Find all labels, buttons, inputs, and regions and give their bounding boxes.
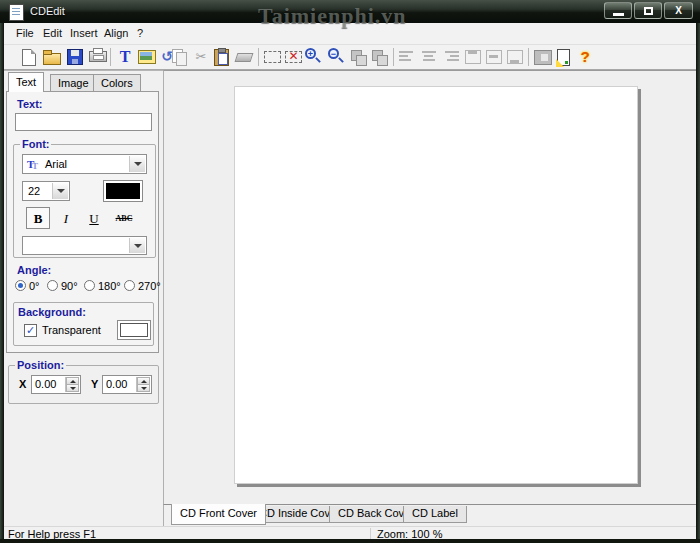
position-y-spinner[interactable]: 0.00: [102, 375, 152, 394]
menu-file[interactable]: File: [16, 27, 34, 39]
eraser-icon: [235, 53, 254, 62]
align-right-icon: [443, 51, 459, 63]
bring-forward-button[interactable]: [349, 47, 369, 67]
delete-selection-button[interactable]: ✕: [284, 47, 304, 67]
eraser-button[interactable]: [234, 47, 254, 67]
tab-cd-label[interactable]: CD Label: [403, 506, 467, 523]
spin-down-icon[interactable]: [137, 384, 150, 392]
radio-180[interactable]: [84, 280, 95, 291]
insert-text-button[interactable]: T: [115, 47, 135, 67]
insert-image-button[interactable]: [137, 47, 157, 67]
main-area: Text Image Colors Text: Font: T T Arial: [4, 70, 696, 526]
print-button[interactable]: [88, 47, 108, 67]
cut-button[interactable]: ✂: [191, 47, 211, 67]
radio-270-label[interactable]: 270°: [138, 280, 161, 292]
dropdown-button[interactable]: [52, 183, 68, 199]
radio-270[interactable]: [124, 280, 135, 291]
check-icon: ✓: [26, 324, 35, 336]
bold-button[interactable]: B: [26, 207, 50, 229]
document-page[interactable]: [234, 86, 638, 484]
send-backward-button[interactable]: [370, 47, 390, 67]
position-y-value: 0.00: [106, 378, 127, 390]
radio-0-label[interactable]: 0°: [29, 280, 40, 292]
radio-90-label[interactable]: 90°: [61, 280, 78, 292]
copy-icon: [172, 49, 183, 63]
underline-button[interactable]: U: [82, 207, 106, 229]
text-tab-page: Text: Font: T T Arial 22: [6, 91, 159, 353]
align-center-icon: [421, 51, 437, 63]
align-center-button[interactable]: [420, 47, 440, 67]
menu-insert[interactable]: Insert: [70, 27, 98, 39]
copy-button[interactable]: [170, 47, 190, 67]
align-middle-button[interactable]: [484, 47, 504, 67]
select-button[interactable]: [263, 47, 283, 67]
new-button[interactable]: [19, 47, 39, 67]
align-right-button[interactable]: [442, 47, 462, 67]
text-input[interactable]: [15, 113, 152, 131]
preview-image-icon: [534, 50, 552, 65]
insert-text-icon: T: [115, 47, 135, 67]
dropdown-button[interactable]: [129, 156, 145, 172]
help-question-icon: ?: [575, 47, 595, 67]
transparent-label[interactable]: Transparent: [42, 324, 101, 336]
selection-rectangle-icon: [264, 51, 281, 63]
radio-180-label[interactable]: 180°: [98, 280, 121, 292]
font-size-value: 22: [28, 185, 40, 197]
menu-align[interactable]: Align: [104, 27, 128, 39]
cd-preview-button[interactable]: [554, 47, 574, 67]
align-top-button[interactable]: [463, 47, 483, 67]
radio-90[interactable]: [47, 280, 58, 291]
paste-button[interactable]: [212, 47, 232, 67]
align-left-button[interactable]: [398, 47, 418, 67]
cd-preview-page-icon: [557, 49, 570, 66]
minimize-button[interactable]: [604, 2, 632, 19]
status-bar: For Help press F1 Zoom: 100 %: [4, 526, 696, 539]
font-color-value: [106, 183, 140, 199]
font-family-combo[interactable]: T T Arial: [22, 154, 147, 174]
italic-button[interactable]: I: [54, 207, 78, 229]
align-left-icon: [399, 51, 415, 63]
menu-edit[interactable]: Edit: [43, 27, 62, 39]
save-floppy-icon: [67, 49, 83, 65]
save-button[interactable]: [65, 47, 85, 67]
radio-0[interactable]: [15, 280, 26, 291]
help-button[interactable]: ?: [575, 47, 595, 67]
maximize-button[interactable]: [634, 2, 662, 19]
align-top-icon: [465, 50, 481, 64]
zoom-in-button[interactable]: +: [303, 47, 323, 67]
canvas-area[interactable]: [163, 70, 696, 504]
preview-image-button[interactable]: [533, 47, 553, 67]
app-icon: [9, 4, 24, 21]
angle-radio-group: 0° 90° 180° 270°: [7, 279, 160, 293]
insert-image-icon: [138, 50, 156, 64]
close-icon: X: [675, 5, 682, 16]
chevron-down-icon: [134, 244, 142, 248]
font-color-swatch[interactable]: [103, 180, 143, 202]
tab-cd-front-cover[interactable]: CD Front Cover: [171, 504, 266, 525]
paste-clipboard-icon: [214, 49, 229, 66]
tab-image[interactable]: Image: [50, 74, 97, 91]
background-color-swatch[interactable]: [117, 320, 151, 340]
window-title: CDEdit: [30, 5, 65, 17]
spin-down-icon[interactable]: [66, 384, 79, 392]
toolbar-separator: [110, 48, 111, 66]
position-x-spinner[interactable]: 0.00: [31, 375, 81, 394]
align-bottom-button[interactable]: [505, 47, 525, 67]
dropdown-button[interactable]: [129, 238, 145, 253]
menu-help[interactable]: ?: [137, 27, 143, 39]
transparent-checkbox[interactable]: ✓: [24, 324, 37, 337]
left-panel: Text Image Colors Text: Font: T T Arial: [4, 70, 163, 526]
minimize-icon: [613, 13, 624, 16]
font-groupbox: Font: T T Arial 22: [13, 138, 156, 258]
close-button[interactable]: X: [664, 2, 693, 19]
bring-forward-icon: [351, 50, 362, 61]
tab-text[interactable]: Text: [8, 72, 44, 92]
tab-colors[interactable]: Colors: [93, 74, 141, 91]
toolbar-separator: [393, 48, 394, 66]
font-size-combo[interactable]: 22: [22, 181, 70, 201]
background-label: Background:: [18, 306, 86, 318]
zoom-out-button[interactable]: −: [326, 47, 346, 67]
font-style-combo[interactable]: [22, 236, 147, 255]
open-button[interactable]: [42, 47, 62, 67]
strikethrough-button[interactable]: ABC: [110, 207, 138, 229]
